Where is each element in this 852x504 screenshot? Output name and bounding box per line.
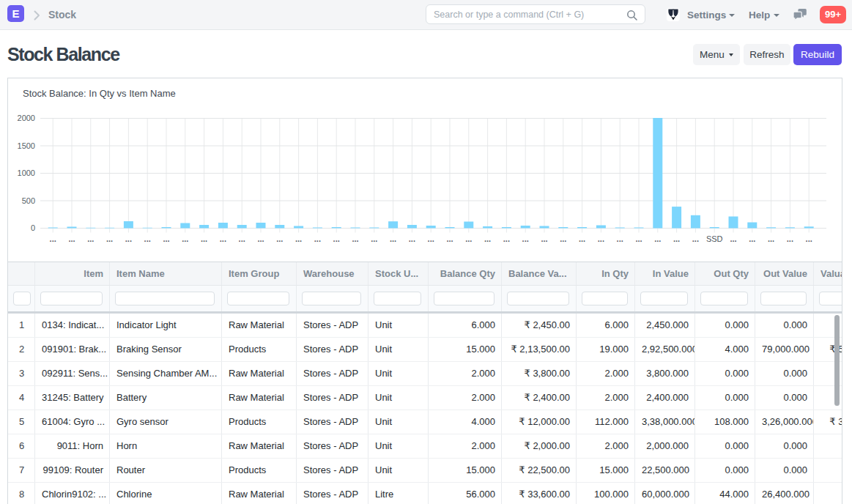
svg-text:...: ... — [654, 234, 661, 243]
svg-text:2000: 2000 — [18, 114, 35, 122]
svg-text:...: ... — [503, 234, 510, 243]
svg-text:...: ... — [333, 234, 340, 243]
svg-text:...: ... — [50, 234, 56, 243]
svg-text:...: ... — [806, 234, 812, 243]
svg-text:...: ... — [768, 234, 774, 243]
svg-text:...: ... — [314, 234, 321, 243]
svg-text:...: ... — [465, 234, 472, 243]
svg-text:1000: 1000 — [18, 168, 35, 177]
svg-text:SSD: SSD — [706, 234, 723, 243]
svg-text:...: ... — [276, 234, 283, 243]
svg-text:...: ... — [125, 234, 132, 243]
svg-text:...: ... — [144, 234, 151, 243]
svg-text:...: ... — [428, 234, 434, 243]
svg-text:0: 0 — [31, 223, 35, 232]
svg-text:...: ... — [68, 234, 75, 243]
svg-text:...: ... — [749, 234, 755, 243]
svg-text:...: ... — [673, 234, 680, 243]
svg-text:...: ... — [220, 234, 226, 243]
svg-text:...: ... — [484, 234, 491, 243]
svg-text:...: ... — [579, 234, 585, 243]
svg-text:...: ... — [352, 234, 358, 243]
svg-text:...: ... — [182, 234, 188, 243]
svg-text:...: ... — [787, 234, 793, 243]
svg-text:...: ... — [409, 234, 415, 243]
svg-text:1500: 1500 — [18, 141, 35, 150]
svg-text:...: ... — [371, 234, 377, 243]
svg-text:...: ... — [541, 234, 547, 243]
svg-text:...: ... — [617, 234, 623, 243]
svg-text:...: ... — [635, 234, 642, 243]
svg-text:...: ... — [560, 234, 566, 243]
svg-text:...: ... — [446, 234, 453, 243]
svg-text:...: ... — [522, 234, 529, 243]
svg-text:...: ... — [730, 234, 736, 243]
svg-text:...: ... — [295, 234, 302, 243]
svg-text:...: ... — [87, 234, 94, 243]
svg-text:...: ... — [257, 234, 264, 243]
svg-text:Stock Balance: In Qty vs Item: Stock Balance: In Qty vs Item Name — [23, 88, 176, 99]
svg-text:...: ... — [239, 234, 245, 243]
svg-text:...: ... — [598, 234, 604, 243]
svg-text:500: 500 — [22, 196, 35, 205]
svg-text:...: ... — [390, 234, 396, 243]
svg-text:...: ... — [201, 234, 207, 243]
svg-text:...: ... — [692, 234, 699, 243]
svg-text:...: ... — [163, 234, 169, 243]
svg-text:...: ... — [106, 234, 113, 243]
